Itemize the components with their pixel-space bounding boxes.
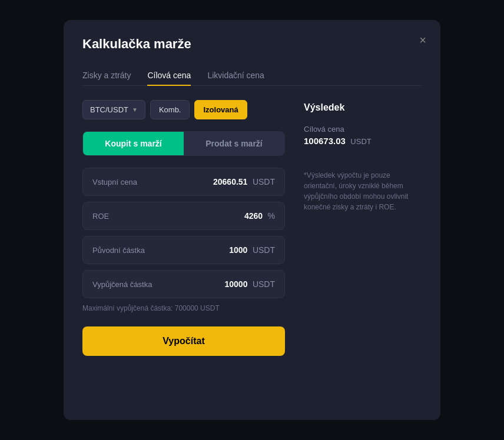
main-content: BTC/USDT ▼ Komb. Izolovaná Koupit s marž… (82, 100, 422, 356)
roe-value: 4260 (244, 211, 263, 221)
buy-button[interactable]: Koupit s marží (83, 132, 184, 155)
tab-target[interactable]: Cílová cena (147, 66, 191, 86)
vstupni-cena-value-group: 20660.51 USDT (213, 176, 275, 187)
puvodni-castka-value: 1000 (229, 245, 247, 255)
right-panel: Výsledek Cílová cena 100673.03 USDT *Výs… (304, 100, 422, 356)
mode-combined-button[interactable]: Komb. (150, 100, 190, 119)
result-unit: USDT (350, 137, 371, 146)
puvodni-castka-label: Původní částka (92, 246, 145, 255)
tab-profits[interactable]: Zisky a ztráty (82, 66, 131, 86)
vypujcena-castka-field[interactable]: Vypůjčená částka 10000 USDT (82, 270, 285, 298)
vypujcena-castka-value: 10000 (224, 279, 247, 289)
symbol-selector[interactable]: BTC/USDT ▼ (82, 100, 145, 119)
max-loan-note: Maximální vypůjčená částka: 700000 USDT (82, 304, 285, 312)
vstupni-cena-field[interactable]: Vstupní cena 20660.51 USDT (82, 168, 285, 196)
puvodni-castka-unit: USDT (253, 245, 275, 255)
vstupni-cena-value: 20660.51 (213, 177, 247, 186)
left-panel: BTC/USDT ▼ Komb. Izolovaná Koupit s marž… (82, 100, 285, 356)
vstupni-cena-label: Vstupní cena (92, 178, 137, 186)
modal: Kalkulačka marže × Zisky a ztráty Cílová… (64, 20, 440, 420)
mode-isolated-button[interactable]: Izolovaná (194, 100, 247, 119)
controls-row: BTC/USDT ▼ Komb. Izolovaná (82, 100, 285, 119)
vstupni-cena-unit: USDT (253, 177, 275, 186)
vypujcena-castka-value-group: 10000 USDT (224, 279, 275, 289)
symbol-label: BTC/USDT (90, 105, 128, 114)
chevron-down-icon: ▼ (132, 106, 138, 113)
result-title: Výsledek (304, 102, 422, 113)
result-label: Cílová cena (304, 125, 422, 134)
close-button[interactable]: × (417, 32, 429, 48)
modal-overlay: Kalkulačka marže × Zisky a ztráty Cílová… (0, 0, 504, 440)
tabs-container: Zisky a ztráty Cílová cena Likvidační ce… (82, 66, 422, 86)
modal-title: Kalkulačka marže (82, 36, 422, 52)
result-value: 100673.03 (304, 136, 346, 146)
roe-field[interactable]: ROE 4260 % (82, 202, 285, 230)
puvodni-castka-value-group: 1000 USDT (229, 245, 275, 255)
calculate-button[interactable]: Vypočítat (82, 326, 285, 356)
roe-value-group: 4260 % (244, 211, 275, 221)
vypujcena-castka-unit: USDT (253, 279, 275, 289)
sell-button[interactable]: Prodat s marží (184, 132, 284, 155)
close-icon: × (419, 34, 426, 46)
puvodni-castka-field[interactable]: Původní částka 1000 USDT (82, 236, 285, 264)
result-row: Cílová cena 100673.03 USDT (304, 125, 422, 146)
vypujcena-castka-label: Vypůjčená částka (92, 280, 152, 289)
result-value-group: 100673.03 USDT (304, 136, 422, 146)
roe-unit: % (268, 211, 275, 221)
tab-liquidation[interactable]: Likvidační cena (207, 66, 264, 86)
action-row: Koupit s marží Prodat s marží (82, 131, 285, 156)
disclaimer-text: *Výsledek výpočtu je pouze orientační, ú… (304, 170, 422, 212)
roe-label: ROE (92, 212, 109, 221)
